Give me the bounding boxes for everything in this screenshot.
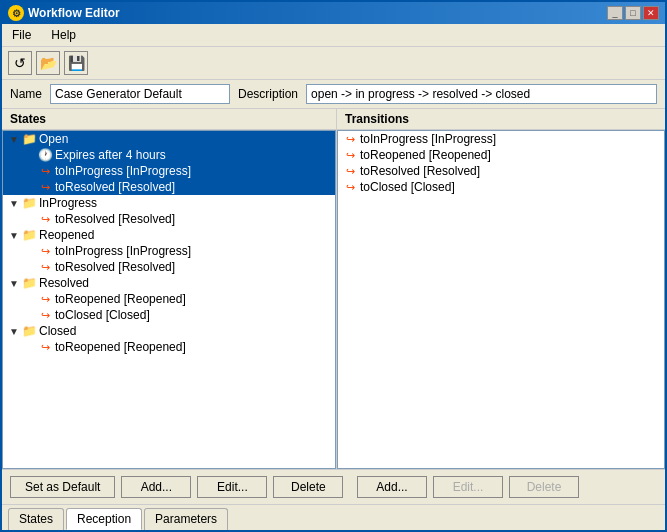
toolbar: ↺ 📂 💾 <box>2 47 665 80</box>
name-input[interactable] <box>50 84 230 104</box>
tab-states[interactable]: States <box>8 508 64 530</box>
states-edit-button[interactable]: Edit... <box>197 476 267 498</box>
tree-node-expires[interactable]: 🕐 Expires after 4 hours <box>3 147 335 163</box>
node-label-toReopened2: toReopened [Reopened] <box>55 340 186 354</box>
states-panel: States ▼ 📁 Open 🕐 Expires after 4 hours <box>2 109 337 469</box>
folder-open-icon: 📁 <box>21 132 37 146</box>
title-bar-left: ⚙ Workflow Editor <box>8 5 120 21</box>
no-expand8 <box>23 308 37 322</box>
transitions-add-button[interactable]: Add... <box>357 476 427 498</box>
close-button[interactable]: ✕ <box>643 6 659 20</box>
clock-icon: 🕐 <box>37 148 53 162</box>
menubar: File Help <box>2 24 665 47</box>
node-label-reopened: Reopened <box>39 228 94 242</box>
tree-node-toReopened2[interactable]: ↪ toReopened [Reopened] <box>3 339 335 355</box>
title-buttons: _ □ ✕ <box>607 6 659 20</box>
set-as-default-button[interactable]: Set as Default <box>10 476 115 498</box>
no-expand9 <box>23 340 37 354</box>
states-delete-button[interactable]: Delete <box>273 476 343 498</box>
node-label-closed: Closed <box>39 324 76 338</box>
transition-item-4[interactable]: ↪ toClosed [Closed] <box>338 179 664 195</box>
transition-icon-8: ↪ <box>37 340 53 354</box>
title-bar: ⚙ Workflow Editor _ □ ✕ <box>2 2 665 24</box>
node-label-inprogress: InProgress <box>39 196 97 210</box>
form-row: Name Description <box>2 80 665 109</box>
tree-node-inprogress[interactable]: ▼ 📁 InProgress <box>3 195 335 211</box>
tree-node-toInProgress2[interactable]: ↪ toInProgress [InProgress] <box>3 243 335 259</box>
toolbar-back-button[interactable]: ↺ <box>8 51 32 75</box>
tree-node-toResolved1[interactable]: ↪ toResolved [Resolved] <box>3 179 335 195</box>
tabs-row: States Reception Parameters <box>2 504 665 530</box>
tree-node-closed[interactable]: ▼ 📁 Closed <box>3 323 335 339</box>
no-expand4 <box>23 212 37 226</box>
toolbar-open-button[interactable]: 📂 <box>36 51 60 75</box>
node-label-toInProgress2: toInProgress [InProgress] <box>55 244 191 258</box>
node-label-toInProgress1: toInProgress [InProgress] <box>55 164 191 178</box>
folder-reopened-icon: 📁 <box>21 228 37 242</box>
transition-icon-7: ↪ <box>37 308 53 322</box>
no-expand6 <box>23 260 37 274</box>
menu-file[interactable]: File <box>6 26 37 44</box>
trans-icon-4: ↪ <box>342 180 358 194</box>
folder-closed-icon: 📁 <box>21 324 37 338</box>
transitions-tree[interactable]: ↪ toInProgress [InProgress] ↪ toReopened… <box>337 130 665 469</box>
trans-label-2: toReopened [Reopened] <box>360 148 491 162</box>
node-label-toResolved3: toResolved [Resolved] <box>55 260 175 274</box>
trans-icon-1: ↪ <box>342 132 358 146</box>
states-buttons: Set as Default Add... Edit... Delete <box>10 476 345 498</box>
workflow-editor-window: ⚙ Workflow Editor _ □ ✕ File Help ↺ 📂 💾 … <box>0 0 667 532</box>
states-header: States <box>2 109 336 130</box>
tree-node-reopened[interactable]: ▼ 📁 Reopened <box>3 227 335 243</box>
bottom-buttons-row: Set as Default Add... Edit... Delete Add… <box>2 470 665 504</box>
main-content: States ▼ 📁 Open 🕐 Expires after 4 hours <box>2 109 665 469</box>
transition-item-2[interactable]: ↪ toReopened [Reopened] <box>338 147 664 163</box>
name-label: Name <box>10 87 42 101</box>
node-label-toReopened1: toReopened [Reopened] <box>55 292 186 306</box>
tab-parameters[interactable]: Parameters <box>144 508 228 530</box>
states-tree[interactable]: ▼ 📁 Open 🕐 Expires after 4 hours ↪ toInP… <box>2 130 336 469</box>
tree-node-toInProgress1[interactable]: ↪ toInProgress [InProgress] <box>3 163 335 179</box>
bottom-bar: Set as Default Add... Edit... Delete Add… <box>2 469 665 530</box>
trans-label-3: toResolved [Resolved] <box>360 164 480 178</box>
window-title: Workflow Editor <box>28 6 120 20</box>
toolbar-save-button[interactable]: 💾 <box>64 51 88 75</box>
node-label-expires: Expires after 4 hours <box>55 148 166 162</box>
expand-resolved: ▼ <box>7 276 21 290</box>
tree-node-toResolved3[interactable]: ↪ toResolved [Resolved] <box>3 259 335 275</box>
expand-open: ▼ <box>7 132 21 146</box>
transition-item-3[interactable]: ↪ toResolved [Resolved] <box>338 163 664 179</box>
transitions-edit-button[interactable]: Edit... <box>433 476 503 498</box>
desc-input[interactable] <box>306 84 657 104</box>
node-label-toResolved2: toResolved [Resolved] <box>55 212 175 226</box>
trans-icon-3: ↪ <box>342 164 358 178</box>
tree-node-open[interactable]: ▼ 📁 Open <box>3 131 335 147</box>
node-label-resolved: Resolved <box>39 276 89 290</box>
node-label-toClosed1: toClosed [Closed] <box>55 308 150 322</box>
maximize-button[interactable]: □ <box>625 6 641 20</box>
transitions-header: Transitions <box>337 109 665 130</box>
transition-icon-4: ↪ <box>37 244 53 258</box>
tab-reception[interactable]: Reception <box>66 508 142 530</box>
folder-resolved-icon: 📁 <box>21 276 37 290</box>
tree-node-toReopened1[interactable]: ↪ toReopened [Reopened] <box>3 291 335 307</box>
no-expand2 <box>23 164 37 178</box>
transitions-panel: Transitions ↪ toInProgress [InProgress] … <box>337 109 665 469</box>
transition-item-1[interactable]: ↪ toInProgress [InProgress] <box>338 131 664 147</box>
no-expand <box>23 148 37 162</box>
node-label-open: Open <box>39 132 68 146</box>
transitions-delete-button[interactable]: Delete <box>509 476 579 498</box>
tree-node-toResolved2[interactable]: ↪ toResolved [Resolved] <box>3 211 335 227</box>
transition-icon-6: ↪ <box>37 292 53 306</box>
folder-inprogress-icon: 📁 <box>21 196 37 210</box>
expand-closed: ▼ <box>7 324 21 338</box>
node-label-toResolved1: toResolved [Resolved] <box>55 180 175 194</box>
tree-node-resolved[interactable]: ▼ 📁 Resolved <box>3 275 335 291</box>
tree-node-toClosed1[interactable]: ↪ toClosed [Closed] <box>3 307 335 323</box>
menu-help[interactable]: Help <box>45 26 82 44</box>
minimize-button[interactable]: _ <box>607 6 623 20</box>
transition-icon-3: ↪ <box>37 212 53 226</box>
states-add-button[interactable]: Add... <box>121 476 191 498</box>
expand-reopened: ▼ <box>7 228 21 242</box>
desc-label: Description <box>238 87 298 101</box>
trans-icon-2: ↪ <box>342 148 358 162</box>
